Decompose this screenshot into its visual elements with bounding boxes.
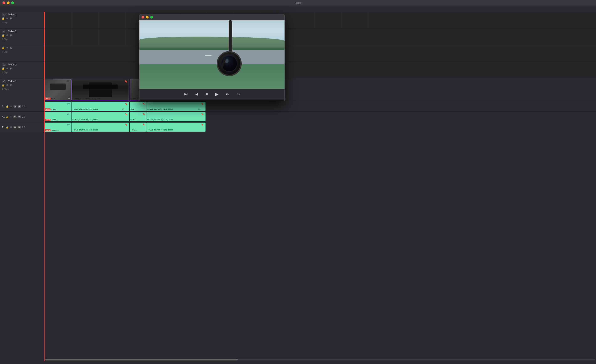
lock-icon[interactable]: 🔒: [2, 17, 5, 20]
eye-icon-2[interactable]: 👁: [6, 34, 8, 37]
clip-label-1: • CA...: [51, 98, 57, 100]
track-content-v1: 00:00 • CA... ◆ ⬛: [45, 78, 596, 101]
audio-clip-3c[interactable]: • CAM... 🔖: [130, 123, 146, 132]
audio-clip-3d[interactable]: • CAM1_2017-09-09_1211_C0067 🔖: [146, 123, 206, 132]
video-clip-2[interactable]: • CAM1_2017-09-09_1211_C0067 🔖: [72, 79, 129, 100]
lock-icon-3[interactable]: 🔒: [2, 67, 5, 70]
minimize-button[interactable]: [7, 1, 10, 4]
eye-icon-3[interactable]: 👁: [6, 67, 8, 70]
window-controls[interactable]: [2, 1, 14, 4]
audio-clip-1d[interactable]: • CAM1_2017-09-09_1211_C0067 🔖: [146, 102, 206, 111]
monitor-icon[interactable]: 🖥: [10, 17, 12, 20]
fast-forward-button[interactable]: ⏭: [224, 91, 231, 97]
track-controls[interactable]: 🔒 👁 🖥: [2, 17, 42, 20]
audio-bookmark-2c: 🔖: [142, 113, 145, 115]
stop-button[interactable]: ■: [204, 91, 209, 97]
maximize-button[interactable]: [11, 1, 14, 4]
timeline-scrollbar[interactable]: [45, 358, 596, 361]
audio-clip-1b[interactable]: • CAM1_2017-09-09_1211_C0067 🔖: [72, 102, 129, 111]
monitor-icon-3[interactable]: 🖥: [10, 67, 12, 70]
audio-clip-2c[interactable]: • CAM... 🔖: [130, 112, 146, 121]
track-content-empty: [45, 45, 596, 62]
eye-icon-a13[interactable]: 👁: [10, 126, 12, 128]
mute-button-a13[interactable]: M: [18, 126, 21, 128]
audio-clip-2a[interactable]: +00:00 • CAM1_...: [45, 112, 71, 121]
track-controls-v1[interactable]: 🔒 👁 🖥: [2, 84, 42, 87]
audio-bookmark-1c: 🔖: [142, 102, 145, 105]
audio-clip-2b[interactable]: • CAM1_2017-09-09_1211_C0067 🔖: [72, 112, 129, 121]
audio-track-id-1: A1: [2, 105, 5, 108]
clip-count-2: 0 Clip: [2, 37, 42, 41]
audio-bookmark-3d: 🔖: [201, 123, 204, 126]
audio-clip-label-2b: • CAM1_2017-09-09_1211_C0067: [73, 119, 98, 120]
track-content-2: [45, 29, 596, 45]
eye-icon-v1[interactable]: 👁: [6, 84, 8, 87]
scrollbar-thumb[interactable]: [45, 359, 238, 360]
close-button[interactable]: [2, 1, 5, 4]
track-label: V2: [2, 13, 7, 16]
mute-button-a1[interactable]: M: [18, 105, 21, 108]
audio-track-id-2: A1: [2, 116, 5, 118]
lock-icon-2[interactable]: 🔒: [2, 34, 5, 37]
solo-button-a1[interactable]: S: [14, 105, 16, 108]
track-label-v1: V1: [2, 80, 7, 83]
track-controls-2[interactable]: 🔒 👁 🖥: [2, 34, 42, 37]
loop-button[interactable]: ↻: [235, 91, 241, 97]
lock-icon-v1[interactable]: 🔒: [2, 84, 5, 87]
track-content-3: [45, 62, 596, 78]
title-bar: Proxy: [0, 0, 596, 6]
track-v2-2: V2 Video 2 🔒 👁 🖥 0 Clip: [0, 28, 596, 45]
rewind-button[interactable]: ◀: [194, 91, 200, 97]
audio-clip-label-2c: • CAM...: [131, 119, 136, 120]
mute-button-a12[interactable]: M: [18, 116, 21, 118]
scrollbar-track[interactable]: [45, 359, 595, 360]
audio-clip-label-1a: • CAM1_...: [51, 108, 59, 110]
track-audio-content-1: +00:00 • CAM1_... • CAM1_2017-09-09_1211…: [45, 101, 596, 111]
solo-button-a13[interactable]: S: [14, 126, 16, 128]
monitor-icon-empty[interactable]: 🖥: [10, 46, 12, 49]
audio-clip-label-3d: • CAM1_2017-09-09_1211_C0067: [147, 129, 173, 131]
monitor-icon-2[interactable]: 🖥: [10, 34, 12, 37]
eye-icon[interactable]: 👁: [6, 17, 8, 20]
eye-icon-a12[interactable]: 👁: [10, 116, 12, 118]
lock-icon-empty[interactable]: 🔒: [2, 46, 5, 49]
track-empty-1: 🔒 👁 🖥 0 Clip: [0, 45, 596, 61]
audio-track-id-3: A1: [2, 126, 5, 128]
skip-back-button[interactable]: ⏮: [182, 91, 190, 97]
audio-clip-label-1d: • CAM1_2017-09-09_1211_C0067: [147, 108, 173, 110]
audio-bookmark-3c: 🔖: [142, 123, 145, 126]
audio-clip-label-2d: • CAM1_2017-09-09_1211_C0067: [147, 119, 173, 120]
audio-clip-label-3c: • CAM...: [131, 129, 136, 131]
video-clip-1[interactable]: 00:00 • CA... ◆ ⬛: [45, 79, 71, 100]
clip-count: 0 Clip: [2, 21, 42, 24]
track-header-a1-1: A1 🔒 👁 S M 2.0: [0, 101, 45, 111]
clip-time-badge-1: 00:00: [45, 97, 51, 100]
lock-icon-a1[interactable]: 🔒: [6, 105, 9, 108]
audio-clip-3a[interactable]: +00:00 • CAM1_...: [45, 123, 71, 132]
eye-icon-a1[interactable]: 👁: [10, 105, 12, 108]
track-controls-3[interactable]: 🔒 👁 🖥: [2, 67, 42, 70]
player-max-btn[interactable]: [150, 16, 153, 18]
player-min-btn[interactable]: [146, 16, 149, 18]
track-header-top-v1: V1 Video 1: [2, 80, 42, 83]
audio-clip-3b[interactable]: • CAM1_2017-09-09_1211_C0067 🔖: [72, 123, 129, 132]
track-a1-1: A1 🔒 👁 S M 2.0 +00:00 • CAM1_...: [0, 101, 596, 111]
audio-bookmark-1d: 🔖: [201, 103, 204, 105]
track-name-3: Video 2: [8, 63, 16, 66]
clip-thumbnail-1: [45, 79, 71, 100]
track-controls-empty[interactable]: 🔒 👁 🖥: [2, 46, 42, 49]
audio-clip-1c[interactable]: CAM _ 🔖: [130, 102, 146, 111]
audio-time-badge-3: +00:00: [45, 129, 51, 131]
player-close-btn[interactable]: [142, 16, 144, 18]
track-header-v2-3: V2 Video 2 🔒 👁 🖥 0 Clip: [0, 62, 45, 78]
monitor-icon-v1[interactable]: 🖥: [10, 84, 12, 87]
lock-icon-a13[interactable]: 🔒: [6, 126, 9, 129]
audio-clip-1a[interactable]: +00:00 • CAM1_...: [45, 102, 71, 111]
audio-clip-2d[interactable]: • CAM1_2017-09-09_1211_C0067 🔖: [146, 112, 206, 121]
lock-icon-a12[interactable]: 🔒: [6, 116, 9, 118]
eye-icon-empty[interactable]: 👁: [6, 46, 8, 49]
play-button[interactable]: ▶: [214, 91, 220, 97]
video-frame: [139, 20, 284, 89]
solo-button-a12[interactable]: S: [14, 116, 16, 118]
track-content: [45, 12, 596, 28]
